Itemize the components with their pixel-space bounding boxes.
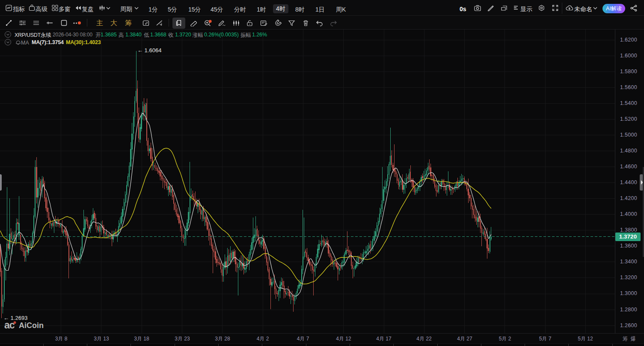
- svg-text:AiCoin: AiCoin: [19, 321, 44, 330]
- svg-text:ac: ac: [4, 319, 15, 331]
